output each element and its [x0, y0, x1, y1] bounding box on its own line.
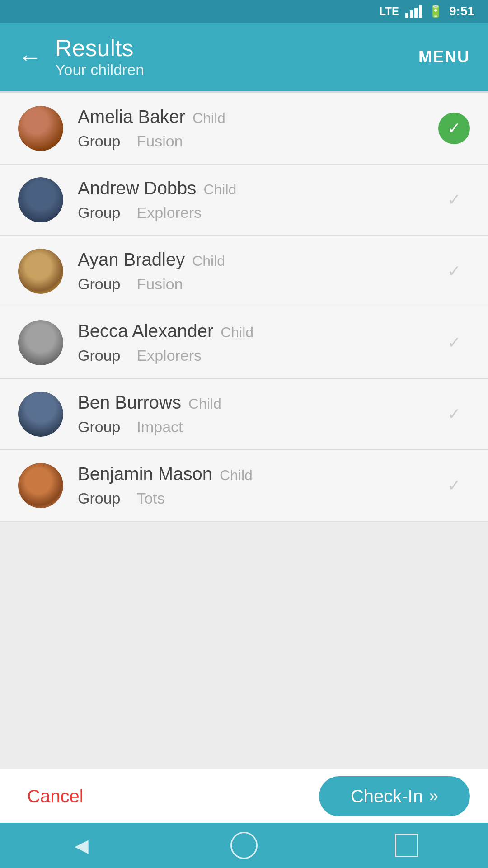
- person-info: Andrew Dobbs Child Group Explorers: [63, 178, 438, 222]
- group-label: Group: [78, 490, 121, 507]
- list-item[interactable]: Amelia Baker Child Group Fusion ✓: [0, 93, 488, 165]
- person-type: Child: [192, 110, 225, 127]
- page-title: Results: [55, 35, 144, 61]
- avatar: [18, 106, 63, 151]
- nav-recent-icon: [395, 834, 418, 857]
- menu-button[interactable]: MENU: [418, 47, 470, 66]
- person-name: Ben Burrows: [78, 392, 181, 413]
- group-label: Group: [78, 204, 121, 222]
- person-type: Child: [203, 181, 236, 198]
- children-list: Amelia Baker Child Group Fusion ✓ Andrew…: [0, 93, 488, 522]
- battery-icon: 🔋: [428, 5, 443, 19]
- person-type: Child: [192, 253, 225, 269]
- group-value: Explorers: [137, 347, 202, 364]
- list-item[interactable]: Ayan Bradley Child Group Fusion ✓: [0, 236, 488, 307]
- group-value: Fusion: [137, 275, 183, 293]
- header-title-block: Results Your children: [55, 35, 144, 79]
- nav-recent-button[interactable]: [389, 827, 425, 863]
- check-icon: ✓: [447, 262, 461, 281]
- check-icon: ✓: [447, 333, 461, 352]
- person-type: Child: [188, 396, 221, 412]
- check-indicator[interactable]: ✓: [438, 398, 470, 430]
- person-name-row: Andrew Dobbs Child: [78, 178, 438, 198]
- cancel-button[interactable]: Cancel: [18, 782, 93, 811]
- person-info: Ayan Bradley Child Group Fusion: [63, 250, 438, 293]
- group-label: Group: [78, 275, 121, 293]
- group-value: Tots: [137, 490, 165, 507]
- group-value: Fusion: [137, 132, 183, 150]
- person-info: Benjamin Mason Child Group Tots: [63, 464, 438, 507]
- person-type: Child: [220, 467, 253, 484]
- lte-icon: LTE: [379, 5, 399, 18]
- person-name: Andrew Dobbs: [78, 178, 196, 198]
- content-area: Amelia Baker Child Group Fusion ✓ Andrew…: [0, 91, 488, 769]
- person-name: Becca Alexander: [78, 321, 213, 341]
- checkin-chevron-icon: »: [429, 787, 438, 806]
- checkin-label: Check-In: [351, 786, 423, 807]
- person-group-row: Group Fusion: [78, 132, 438, 150]
- person-info: Amelia Baker Child Group Fusion: [63, 107, 438, 150]
- person-name: Ayan Bradley: [78, 250, 185, 270]
- person-name-row: Ben Burrows Child: [78, 392, 438, 413]
- person-name: Amelia Baker: [78, 107, 185, 127]
- back-button[interactable]: ←: [18, 45, 42, 69]
- group-value: Explorers: [137, 204, 202, 222]
- person-group-row: Group Fusion: [78, 275, 438, 293]
- header: ← Results Your children MENU: [0, 23, 488, 91]
- avatar: [18, 392, 63, 437]
- nav-back-button[interactable]: ◀: [63, 827, 99, 863]
- nav-bar: ◀: [0, 823, 488, 868]
- avatar: [18, 249, 63, 294]
- person-info: Ben Burrows Child Group Impact: [63, 392, 438, 436]
- nav-home-button[interactable]: [226, 827, 262, 863]
- check-indicator[interactable]: ✓: [438, 113, 470, 144]
- person-name: Benjamin Mason: [78, 464, 212, 484]
- check-icon: ✓: [447, 405, 461, 424]
- avatar: [18, 463, 63, 508]
- person-group-row: Group Explorers: [78, 347, 438, 364]
- person-type: Child: [221, 324, 253, 341]
- avatar: [18, 320, 63, 365]
- check-indicator[interactable]: ✓: [438, 184, 470, 216]
- list-item[interactable]: Benjamin Mason Child Group Tots ✓: [0, 450, 488, 522]
- list-item[interactable]: Ben Burrows Child Group Impact ✓: [0, 379, 488, 450]
- check-icon: ✓: [447, 119, 461, 138]
- group-label: Group: [78, 418, 121, 436]
- group-label: Group: [78, 347, 121, 364]
- person-name-row: Amelia Baker Child: [78, 107, 438, 127]
- person-name-row: Ayan Bradley Child: [78, 250, 438, 270]
- header-left: ← Results Your children: [18, 35, 144, 79]
- check-indicator[interactable]: ✓: [438, 327, 470, 359]
- person-name-row: Benjamin Mason Child: [78, 464, 438, 484]
- status-bar: LTE 🔋 9:51: [0, 0, 488, 23]
- check-indicator[interactable]: ✓: [438, 470, 470, 501]
- nav-back-icon: ◀: [75, 835, 89, 856]
- bottom-bar: Cancel Check-In »: [0, 769, 488, 823]
- person-name-row: Becca Alexander Child: [78, 321, 438, 341]
- person-group-row: Group Explorers: [78, 204, 438, 222]
- list-item[interactable]: Andrew Dobbs Child Group Explorers ✓: [0, 165, 488, 236]
- signal-icon: [405, 5, 422, 18]
- avatar: [18, 177, 63, 222]
- group-label: Group: [78, 132, 121, 150]
- check-icon: ✓: [447, 190, 461, 209]
- nav-home-icon: [230, 832, 258, 859]
- group-value: Impact: [137, 418, 183, 436]
- page-subtitle: Your children: [55, 61, 144, 79]
- checkin-button[interactable]: Check-In »: [319, 776, 470, 816]
- list-item[interactable]: Becca Alexander Child Group Explorers ✓: [0, 307, 488, 379]
- check-icon: ✓: [447, 476, 461, 495]
- person-group-row: Group Impact: [78, 418, 438, 436]
- person-group-row: Group Tots: [78, 490, 438, 507]
- person-info: Becca Alexander Child Group Explorers: [63, 321, 438, 364]
- status-icons: LTE 🔋 9:51: [379, 4, 474, 19]
- status-time: 9:51: [449, 4, 474, 19]
- check-indicator[interactable]: ✓: [438, 255, 470, 287]
